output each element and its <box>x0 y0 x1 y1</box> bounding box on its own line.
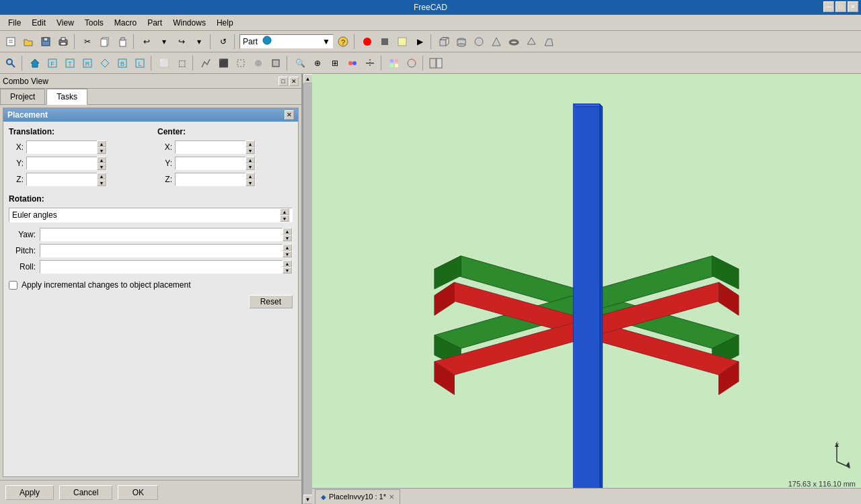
torus-btn[interactable] <box>506 34 522 50</box>
center-y-input[interactable]: 0.00 <box>176 159 246 168</box>
scroll-down[interactable]: ▼ <box>303 495 313 504</box>
roll-input[interactable]: 0.00 ° <box>40 262 283 271</box>
reset-button[interactable]: Reset <box>249 295 293 308</box>
pitch-spinner[interactable]: 0.00 ° ▲ ▼ <box>40 244 293 257</box>
trans-y-down[interactable]: ▼ <box>97 163 106 170</box>
box-btn[interactable] <box>436 34 452 50</box>
pitch-up[interactable]: ▲ <box>283 244 292 251</box>
textures[interactable] <box>386 55 402 71</box>
cylinder-btn[interactable] <box>453 34 470 50</box>
combo-close-btn[interactable]: ✕ <box>289 77 299 86</box>
combo-float-btn[interactable]: □ <box>278 77 288 86</box>
center-y-spinner[interactable]: 0.00 ▲ ▼ <box>175 157 256 170</box>
trans-z-input[interactable]: 0.00 <box>27 175 97 184</box>
appearance[interactable] <box>404 55 420 71</box>
wedge-btn[interactable] <box>541 34 557 50</box>
stereo[interactable] <box>344 55 361 71</box>
redo-button[interactable]: ↪ <box>174 34 190 50</box>
hidden-lines[interactable] <box>233 55 249 71</box>
roll-spinner[interactable]: 0.00 ° ▲ ▼ <box>40 260 293 274</box>
menu-help[interactable]: Help <box>211 17 239 29</box>
menu-view[interactable]: View <box>51 17 79 29</box>
paste-button[interactable] <box>114 34 130 50</box>
print-button[interactable] <box>55 34 71 50</box>
menu-windows[interactable]: Windows <box>167 17 211 29</box>
right-view[interactable]: R <box>79 55 96 71</box>
trans-x-spinner[interactable]: 30.00 ▲ ▼ <box>26 140 107 154</box>
ok-button[interactable]: OK <box>118 485 158 500</box>
rotation-mode-down[interactable]: ▼ <box>280 215 289 222</box>
center-z-spinner[interactable]: 0.00 ▲ ▼ <box>175 173 256 186</box>
top-view[interactable]: T <box>62 55 78 71</box>
trans-y-input[interactable]: 0.00 <box>27 159 97 168</box>
placement-close-btn[interactable]: ✕ <box>285 110 294 120</box>
trans-x-up[interactable]: ▲ <box>97 140 106 147</box>
trans-z-up[interactable]: ▲ <box>97 173 106 179</box>
zoom-in[interactable]: 🔍 <box>292 55 308 71</box>
center-x-down[interactable]: ▼ <box>246 147 255 154</box>
yaw-down[interactable]: ▼ <box>283 235 292 241</box>
viewport[interactable]: Z X ◆ PlaceInvvy10 : 1* ✕ 175.63 x 116.1… <box>312 74 861 504</box>
viewport-tab[interactable]: ◆ PlaceInvvy10 : 1* ✕ <box>315 489 400 504</box>
redo-dropdown[interactable]: ▾ <box>191 34 207 50</box>
center-y-down[interactable]: ▼ <box>246 163 255 170</box>
yaw-up[interactable]: ▲ <box>283 228 292 235</box>
menu-tools[interactable]: Tools <box>79 17 109 29</box>
left-view[interactable]: L <box>132 55 148 71</box>
cancel-button[interactable]: Cancel <box>59 485 112 500</box>
macro-editor[interactable] <box>394 34 410 50</box>
copy-button[interactable] <box>97 34 113 50</box>
cone-btn[interactable] <box>488 34 504 50</box>
center-z-down[interactable]: ▼ <box>246 179 255 186</box>
stop-button[interactable] <box>377 34 393 50</box>
open-button[interactable] <box>20 34 36 50</box>
zoom-select[interactable]: ⊞ <box>327 55 343 71</box>
rotation-mode-up[interactable]: ▲ <box>280 208 289 215</box>
trans-y-up[interactable]: ▲ <box>97 157 106 163</box>
prism-btn[interactable] <box>523 34 539 50</box>
sphere-btn[interactable] <box>471 34 487 50</box>
trans-x-down[interactable]: ▼ <box>97 147 106 154</box>
incremental-checkbox[interactable] <box>9 281 17 290</box>
front-view[interactable]: F <box>44 55 61 71</box>
bottom-view[interactable]: B <box>114 55 130 71</box>
rotation-mode-select[interactable]: Euler angles ▲ ▼ <box>9 208 293 222</box>
scroll-track[interactable] <box>303 83 313 495</box>
roll-down[interactable]: ▼ <box>283 267 292 274</box>
points[interactable]: ⬛ <box>215 55 231 71</box>
draw-style[interactable] <box>198 55 214 71</box>
trans-z-down[interactable]: ▼ <box>97 179 106 186</box>
help-btn[interactable]: ? <box>335 34 351 50</box>
center-x-spinner[interactable]: 0.00 ▲ ▼ <box>175 140 256 154</box>
trans-x-input[interactable]: 30.00 <box>27 142 97 152</box>
bounding-box[interactable]: ⬜ <box>156 55 172 71</box>
vtab-close-btn[interactable]: ✕ <box>389 493 394 501</box>
shaded[interactable] <box>250 55 266 71</box>
center-y-up[interactable]: ▲ <box>246 157 255 163</box>
apply-button[interactable]: Apply <box>5 485 54 500</box>
center-x-up[interactable]: ▲ <box>246 140 255 147</box>
roll-up[interactable]: ▲ <box>283 260 292 267</box>
cut-button[interactable]: ✂ <box>79 34 96 50</box>
wireframe[interactable]: ⬚ <box>174 55 190 71</box>
scroll-up[interactable]: ▲ <box>303 74 313 83</box>
trans-y-spinner[interactable]: 0.00 ▲ ▼ <box>26 157 107 170</box>
menu-macro[interactable]: Macro <box>109 17 142 29</box>
clipping[interactable] <box>362 55 378 71</box>
record-button[interactable] <box>359 34 375 50</box>
undo-button[interactable]: ↩ <box>139 34 155 50</box>
center-x-input[interactable]: 0.00 <box>176 142 246 152</box>
menu-edit[interactable]: Edit <box>26 17 51 29</box>
new-button[interactable] <box>3 34 19 50</box>
macro-run[interactable]: ▶ <box>412 34 428 50</box>
pitch-input[interactable]: 0.00 ° <box>40 246 283 255</box>
center-z-input[interactable]: 0.00 <box>176 175 246 184</box>
pitch-down[interactable]: ▼ <box>283 251 292 257</box>
refresh-button[interactable]: ↺ <box>215 34 231 50</box>
close-button[interactable]: ✕ <box>848 1 858 12</box>
workbench-dropdown[interactable]: Part ▼ <box>239 34 334 49</box>
undo-dropdown[interactable]: ▾ <box>156 34 172 50</box>
home-view[interactable] <box>27 55 43 71</box>
minimize-button[interactable]: — <box>823 1 834 12</box>
trans-z-spinner[interactable]: 0.00 ▲ ▼ <box>26 173 107 186</box>
